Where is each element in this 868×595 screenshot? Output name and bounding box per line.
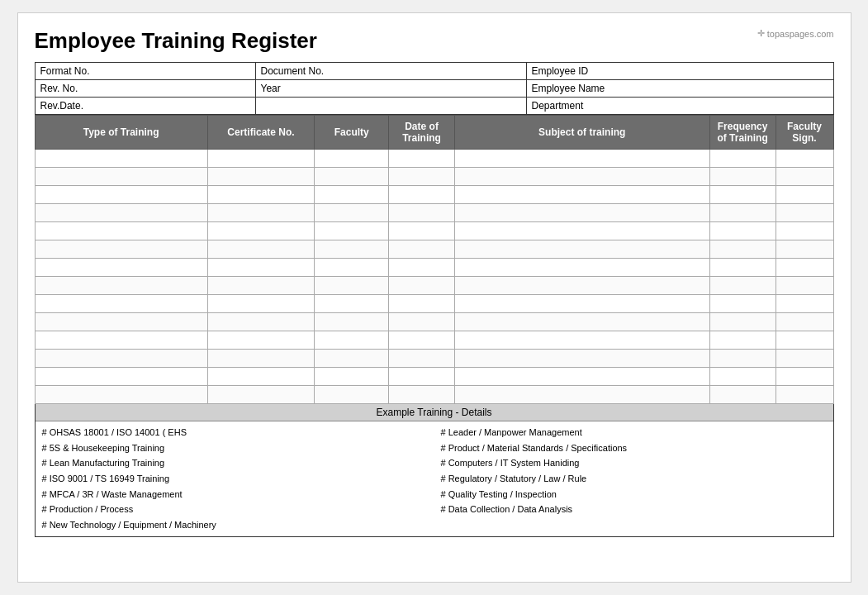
table-cell[interactable] [709,168,776,186]
table-cell[interactable] [35,259,207,277]
rev-no-label: Rev. No. [35,80,255,98]
table-cell[interactable] [389,240,455,259]
table-cell[interactable] [207,313,315,331]
table-cell[interactable] [709,295,776,313]
table-cell[interactable] [454,350,709,368]
table-cell[interactable] [35,204,207,222]
table-cell[interactable] [315,186,389,204]
table-cell[interactable] [709,259,776,277]
footer-item: # New Technology / Equipment / Machinery [42,517,428,533]
table-cell[interactable] [454,222,709,240]
table-cell[interactable] [776,150,833,168]
table-cell[interactable] [776,350,833,368]
table-cell[interactable] [709,331,776,350]
table-cell[interactable] [776,331,833,350]
table-cell[interactable] [709,150,776,168]
table-cell[interactable] [454,386,709,404]
table-cell[interactable] [776,295,833,313]
table-cell[interactable] [776,168,833,186]
table-cell[interactable] [315,150,389,168]
table-cell[interactable] [454,368,709,386]
table-cell[interactable] [454,259,709,277]
table-cell[interactable] [389,186,455,204]
table-cell[interactable] [389,222,455,240]
table-cell[interactable] [315,313,389,331]
table-cell[interactable] [35,313,207,331]
table-cell[interactable] [315,277,389,295]
table-cell[interactable] [207,204,315,222]
table-cell[interactable] [315,240,389,259]
table-cell[interactable] [207,331,315,350]
table-cell[interactable] [315,259,389,277]
table-cell[interactable] [207,386,315,404]
table-cell[interactable] [207,240,315,259]
table-cell[interactable] [389,331,455,350]
table-cell[interactable] [207,150,315,168]
table-cell[interactable] [207,186,315,204]
table-cell[interactable] [35,368,207,386]
table-cell[interactable] [207,277,315,295]
table-cell[interactable] [454,331,709,350]
table-cell[interactable] [389,350,455,368]
table-cell[interactable] [35,386,207,404]
table-cell[interactable] [776,240,833,259]
table-cell[interactable] [454,240,709,259]
table-cell[interactable] [776,259,833,277]
table-cell[interactable] [709,368,776,386]
table-cell[interactable] [35,331,207,350]
table-cell[interactable] [454,204,709,222]
table-cell[interactable] [207,350,315,368]
table-cell[interactable] [389,295,455,313]
table-cell[interactable] [776,186,833,204]
table-cell[interactable] [389,386,455,404]
table-cell[interactable] [315,350,389,368]
table-cell[interactable] [207,168,315,186]
table-cell[interactable] [35,150,207,168]
table-cell[interactable] [207,222,315,240]
table-cell[interactable] [709,222,776,240]
table-cell[interactable] [709,240,776,259]
table-cell[interactable] [207,368,315,386]
table-cell[interactable] [709,204,776,222]
table-cell[interactable] [454,313,709,331]
table-cell[interactable] [454,168,709,186]
table-cell[interactable] [709,277,776,295]
table-cell[interactable] [454,295,709,313]
table-cell[interactable] [35,295,207,313]
table-cell[interactable] [709,186,776,204]
table-cell[interactable] [315,331,389,350]
table-cell[interactable] [35,168,207,186]
table-cell[interactable] [315,368,389,386]
table-cell[interactable] [454,186,709,204]
table-cell[interactable] [776,204,833,222]
table-cell[interactable] [35,350,207,368]
table-cell[interactable] [709,386,776,404]
table-cell[interactable] [776,277,833,295]
table-cell[interactable] [389,150,455,168]
table-cell[interactable] [454,150,709,168]
table-cell[interactable] [35,186,207,204]
table-cell[interactable] [389,313,455,331]
table-cell[interactable] [389,204,455,222]
table-cell[interactable] [389,168,455,186]
table-cell[interactable] [776,386,833,404]
table-cell[interactable] [35,277,207,295]
table-cell[interactable] [389,277,455,295]
table-cell[interactable] [776,222,833,240]
table-cell[interactable] [709,313,776,331]
table-cell[interactable] [315,222,389,240]
table-cell[interactable] [389,368,455,386]
table-cell[interactable] [35,240,207,259]
table-cell[interactable] [35,222,207,240]
table-cell[interactable] [207,259,315,277]
table-cell[interactable] [454,277,709,295]
table-cell[interactable] [315,295,389,313]
table-cell[interactable] [776,368,833,386]
table-cell[interactable] [315,204,389,222]
table-cell[interactable] [709,350,776,368]
table-cell[interactable] [207,295,315,313]
table-cell[interactable] [389,259,455,277]
table-cell[interactable] [315,386,389,404]
table-cell[interactable] [315,168,389,186]
table-cell[interactable] [776,313,833,331]
